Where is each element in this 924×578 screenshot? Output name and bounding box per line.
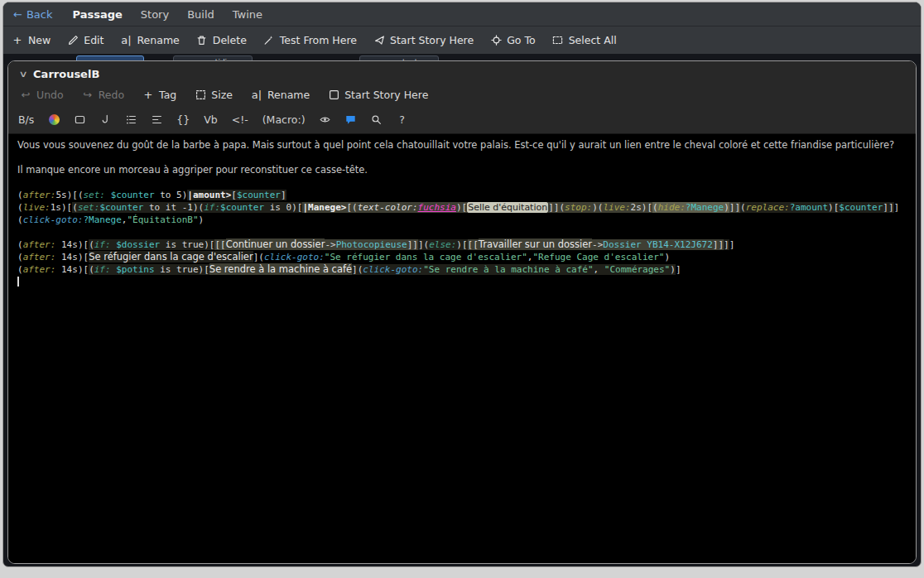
delete-button[interactable]: Delete — [196, 34, 247, 46]
start-story-here-label: Start Story Here — [344, 89, 428, 101]
rename-button[interactable]: a|Rename — [120, 34, 179, 46]
code-token: ( — [740, 202, 746, 213]
rename-label: Rename — [137, 34, 179, 46]
code-token: $counter — [237, 190, 281, 200]
code-token: after: — [23, 252, 56, 263]
code-token: -> — [325, 239, 335, 250]
comment-bubble-icon[interactable] — [345, 114, 357, 125]
collapse-chevron-icon[interactable]: ∨ — [18, 69, 27, 79]
select-all-button[interactable]: Select All — [552, 34, 617, 46]
twine-window: ←Back PassageStoryBuildTwine +NewEdita|R… — [2, 2, 922, 567]
code-token: ( — [652, 202, 658, 213]
code-token: ( — [17, 239, 23, 250]
code-token: 2s — [631, 202, 642, 213]
code-token: ) — [199, 214, 205, 225]
code-token: click-goto: — [23, 214, 84, 225]
hook-icon[interactable] — [99, 114, 111, 125]
code-token: replace: — [746, 202, 790, 213]
code-token: ?Manege — [686, 202, 724, 213]
code-line: Il manque encore un morceau à aggriper p… — [17, 164, 907, 176]
code-token: "Commérages" — [604, 264, 670, 275]
code-token: "ÉquitationB" — [127, 214, 198, 225]
verbatim-button[interactable]: Vb — [204, 113, 218, 126]
code-token: ) — [592, 202, 598, 213]
preview-eye-icon[interactable] — [320, 114, 331, 125]
start-story-here-button[interactable]: Start Story Here — [328, 89, 428, 101]
style-menu-button[interactable]: B/s — [18, 113, 34, 126]
rename-button[interactable]: a|Rename — [251, 89, 310, 101]
code-token: ] — [281, 190, 286, 200]
code-token: [[ — [468, 239, 479, 250]
code-token: click-goto: — [264, 252, 325, 263]
code-token: ]] — [407, 239, 418, 250]
code-token: )[ — [67, 190, 78, 200]
rename-icon: a| — [251, 89, 262, 100]
code-token: 14s — [55, 239, 78, 250]
start-story-here-button[interactable]: Start Story Here — [373, 34, 474, 46]
plus-icon: + — [12, 35, 23, 46]
redo-button[interactable]: ↪Redo — [82, 89, 124, 101]
redo-label: Redo — [99, 89, 124, 101]
code-token: "Se réfugier dans la cage d'escalier" — [325, 252, 527, 263]
code-token: click-goto: — [363, 264, 423, 275]
test-from-here-button[interactable]: Test From Here — [263, 34, 357, 46]
code-token: after: — [23, 239, 56, 250]
code-line: (after: 14s)[(if: $dossier is true)[[[Co… — [17, 238, 907, 251]
passage-text-editor[interactable]: Vous vous souvenez du goût de la barbe à… — [8, 133, 916, 563]
new-button[interactable]: +New — [12, 34, 51, 46]
tab-passage[interactable]: Passage — [72, 8, 122, 21]
tab-story[interactable]: Story — [141, 8, 169, 21]
code-token: ]] — [883, 202, 893, 213]
code-token: ] — [894, 202, 900, 213]
box-icon[interactable] — [74, 114, 85, 125]
macro-button[interactable]: (Macro:) — [262, 113, 306, 126]
tag-button[interactable]: +Tag — [142, 89, 176, 101]
code-token: )[ — [78, 264, 89, 275]
code-token: $dossier — [116, 239, 160, 250]
plus-icon: + — [142, 89, 154, 100]
help-button[interactable]: ? — [397, 113, 408, 126]
code-token: ] — [676, 264, 681, 275]
code-token: if: — [94, 264, 111, 275]
code-token: ) — [724, 202, 729, 213]
code-token: ) — [664, 252, 670, 263]
code-token: )[ — [642, 202, 652, 213]
code-token: else: — [429, 239, 456, 250]
pencil-icon — [67, 35, 79, 46]
go-to-button[interactable]: Go To — [490, 34, 535, 46]
tab-twine[interactable]: Twine — [233, 8, 262, 21]
alignment-icon[interactable] — [151, 114, 162, 125]
comment-button[interactable]: <!- — [232, 113, 248, 126]
code-token: 14s — [55, 264, 78, 275]
numbered-list-icon[interactable] — [125, 114, 137, 125]
code-token: ]] — [729, 202, 740, 213]
code-token: ) — [456, 202, 462, 213]
code-token: $counter — [111, 190, 155, 200]
trash-icon — [196, 35, 208, 46]
size-button[interactable]: Size — [195, 89, 233, 101]
collapse-button[interactable]: {} — [176, 113, 190, 126]
wand-icon — [263, 35, 275, 46]
rename-icon: a| — [120, 35, 132, 46]
code-token: after: — [23, 190, 56, 200]
text-caret — [17, 277, 19, 287]
code-token: Il manque encore un morceau à aggriper p… — [17, 164, 368, 176]
code-token: $counter — [839, 202, 883, 213]
code-token: )[ — [456, 239, 467, 250]
tab-build[interactable]: Build — [187, 8, 214, 21]
code-token: ) — [670, 264, 676, 275]
code-token: "Refuge Cage d'escalier" — [532, 252, 664, 263]
code-token: fuchsia — [418, 202, 456, 213]
back-button[interactable]: ←Back — [13, 8, 52, 21]
new-label: New — [28, 34, 51, 46]
color-picker-icon[interactable] — [48, 114, 60, 125]
find-icon[interactable] — [371, 114, 383, 125]
code-token: |amount> — [187, 190, 231, 200]
edit-button[interactable]: Edit — [67, 34, 103, 46]
code-token: set: — [78, 202, 100, 213]
code-token: )[ — [61, 202, 72, 213]
passage-title: CarrouselB — [33, 68, 99, 80]
undo-button[interactable]: ↩Undo — [20, 89, 64, 101]
code-token: ] — [352, 264, 358, 275]
code-token: stop: — [565, 202, 592, 213]
